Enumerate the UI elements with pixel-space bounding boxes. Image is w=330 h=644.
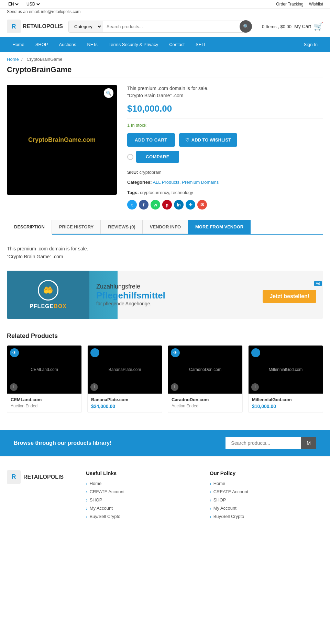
nav-item-home[interactable]: Home [7,37,30,52]
product-card-status: Auction Ended [11,404,78,408]
breadcrumb-home[interactable]: Home [7,57,19,62]
list-item: CREATE Account [86,489,199,495]
footer-link-shop[interactable]: SHOP [86,497,199,503]
related-product-card: 👁 CEMLand.com i CEMLand.com Auction Ende… [7,345,82,413]
category-select[interactable]: Category [69,21,102,32]
facebook-share[interactable]: f [139,200,148,210]
footer-policy-create-account[interactable]: CREATE Account [210,489,323,495]
card-eye-button[interactable]: 👁 [10,348,19,357]
related-product-card: MillennialGod.com i MillennialGod.com $1… [248,345,323,413]
footer-link-buysell-crypto[interactable]: Buy/Sell Crypto [86,514,199,519]
ad-brand: PFLEGEBOX [30,303,67,309]
card-dot-button[interactable] [251,348,260,357]
list-item: SHOP [210,497,323,503]
footer-brand: R RETAILOPOLIS [7,470,76,522]
card-dot-button[interactable] [90,348,99,357]
cta-search-button[interactable]: M [301,437,316,449]
whatsapp-share[interactable]: w [151,200,160,210]
nav-item-contact[interactable]: Contact [164,37,190,52]
product-card-image-text: CEMLand.com [31,367,58,372]
search-button[interactable]: 🔍 [240,20,252,33]
tab-reviews[interactable]: REVIEWS (0) [101,220,142,234]
tab-vendor-info[interactable]: VENDOR INFO [143,220,188,234]
product-image-text: CryptoBrainGame.com [28,136,96,144]
product-image-wrap: CryptoBrainGame.com 🔍 [7,85,117,210]
telegram-share[interactable]: ✈ [186,200,195,210]
ad-logo-circle: 🤲 [38,280,58,301]
top-bar: EN USD Order Tracking Wishlist [0,0,330,9]
product-image: CryptoBrainGame.com [7,85,117,195]
twitter-share[interactable]: t [127,200,137,210]
tab-more-from-vendor[interactable]: MORE FROM VENDOR [188,220,251,234]
ad-subheadline: Pflegehilfsmittel [96,290,165,301]
product-sku: SKU: cryptobrain [127,168,323,176]
cta-search-input[interactable] [226,437,301,449]
cta-search-form: M [226,437,316,449]
footer-link-home[interactable]: Home [86,481,199,486]
add-to-cart-button[interactable]: ADD TO CART [127,133,175,147]
logo[interactable]: R RETAILOPOLIS [7,20,63,33]
linkedin-share[interactable]: in [174,200,184,210]
currency-select[interactable]: USD [25,1,41,7]
search-input[interactable] [102,21,246,32]
card-info-button[interactable]: i [171,383,178,391]
nav-item-shop[interactable]: SHOP [30,37,54,52]
footer-link-create-account[interactable]: CREATE Account [86,489,199,495]
product-tags: Tags: cryptocurrency, technology [127,189,323,196]
language-select[interactable]: EN [7,1,20,7]
search-icon: 🔍 [243,24,249,29]
social-share: t f w p in ✈ ✉ [127,200,323,210]
footer-policy-home[interactable]: Home [210,481,323,486]
product-area: CryptoBrainGame.com 🔍 This premium .com … [0,85,330,220]
order-tracking-link[interactable]: Order Tracking [276,2,303,7]
footer-link-my-account[interactable]: My Account [86,506,199,511]
tab-price-history[interactable]: PRICE HISTORY [52,220,101,234]
nav-signin[interactable]: Sign In [298,37,323,52]
add-to-wishlist-button[interactable]: ♡ ADD TO WISHLIST [179,133,237,147]
card-info-button[interactable]: i [10,383,18,391]
ad-right: Zuzahlungsfreie Pflegehilfsmittel für pf… [89,280,323,310]
breadcrumb: Home / CryptoBrainGame [0,52,330,64]
ad-tagline: für pflegende Angehörige. [96,301,165,306]
footer-policy-shop[interactable]: SHOP [210,497,323,503]
nav-item-nfts[interactable]: NFTs [81,37,103,52]
cta-banner: Browse through our products library! M [0,430,330,456]
logo-icon: R [7,20,21,33]
tab-description[interactable]: DESCRIPTION [7,220,52,235]
cart-icon[interactable]: 🛒 [314,22,323,31]
footer-bottom [0,529,330,539]
heart-icon: ♡ [185,137,189,143]
related-product-card: 👁 CaradnoDon.com i CaradnoDon.com Auctio… [168,345,243,413]
product-actions: ADD TO CART ♡ ADD TO WISHLIST [127,133,323,147]
card-info-button[interactable]: i [90,383,98,391]
zoom-icon: 🔍 [106,91,112,96]
compare-row: COMPARE [127,151,323,163]
compare-checkbox[interactable] [127,154,133,160]
product-card-price: $24,000.00 [91,404,158,409]
list-item: Home [210,481,323,486]
email-share[interactable]: ✉ [197,200,207,210]
footer-our-policy: Our Policy Home CREATE Account SHOP My A… [210,470,323,522]
card-eye-button[interactable]: 👁 [171,348,180,357]
ad-headline: Zuzahlungsfreie [96,283,165,290]
zoom-button[interactable]: 🔍 [104,88,113,98]
breadcrumb-current: CryptoBrainGame [27,57,63,62]
pinterest-share[interactable]: p [162,200,172,210]
compare-button[interactable]: COMPARE [136,151,179,163]
footer-policy-my-account[interactable]: My Account [210,506,323,511]
footer-policy-buysell-crypto[interactable]: Buy/Sell Crypto [210,514,323,519]
product-info: This premium .com domain is for sale. “C… [127,85,323,210]
ad-cta-button[interactable]: Jetzt bestellen! [263,290,316,303]
nav-item-auctions[interactable]: Auctions [54,37,82,52]
search-form: Category 🔍 [68,21,246,33]
nav-item-sell[interactable]: SELL [190,37,212,52]
product-card-body: CaradnoDon.com Auction Ended [168,394,242,412]
product-card-name: BananaPlate.com [91,397,158,402]
wishlist-link[interactable]: Wishlist [309,2,323,7]
nav-item-terms[interactable]: Terms Security & Privacy [103,37,164,52]
card-info-button[interactable]: i [251,383,259,391]
product-card-body: BananaPlate.com $24,000.00 [88,394,162,413]
list-item: CREATE Account [210,489,323,495]
list-item: Buy/Sell Crypto [210,514,323,519]
list-item: Buy/Sell Crypto [86,514,199,519]
